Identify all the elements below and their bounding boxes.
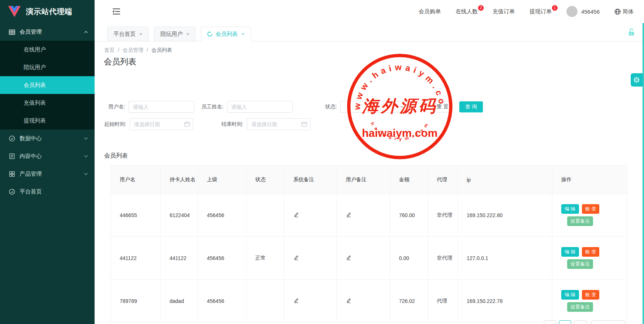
start-time-input[interactable] <box>130 118 193 130</box>
tab-companion-users[interactable]: 陪玩用户 × <box>154 27 195 41</box>
edit-button[interactable]: 编 辑 <box>561 247 579 257</box>
edit-pencil-icon[interactable] <box>293 254 299 261</box>
staff-name-input[interactable] <box>227 101 293 113</box>
online-users-link[interactable]: 在线人数 2 <box>456 8 478 15</box>
breadcrumb: 首页 / 会员管理 / 会员列表 <box>104 47 172 54</box>
avatar <box>566 6 577 17</box>
table-row: 446655 6122404 456456 760.00 <box>111 194 627 237</box>
username-label: 用户名: <box>108 104 125 110</box>
unlock-icon[interactable] <box>628 28 635 38</box>
end-time-input[interactable] <box>247 118 310 130</box>
cell-username: 441122 <box>111 237 161 280</box>
chevron-down-icon <box>84 155 88 158</box>
cell-system-remark <box>284 194 337 237</box>
menu-fold-icon[interactable] <box>112 8 120 15</box>
table-row: 789789 dadad 456456 726.02 <box>111 280 627 323</box>
tab-member-list[interactable]: 会员列表 × <box>201 27 251 41</box>
reset-button[interactable]: 重 置 <box>433 101 452 112</box>
settings-drawer-edge <box>643 23 644 324</box>
chevron-down-icon <box>84 173 88 175</box>
edit-pencil-icon[interactable] <box>346 212 352 219</box>
recharge-orders-link[interactable]: 充值订单 <box>493 8 515 15</box>
tab-close-icon[interactable]: × <box>139 31 142 37</box>
withdraw-orders-link[interactable]: 提现订单 1 <box>529 8 552 15</box>
gear-icon <box>633 77 640 83</box>
col-status: 状态 <box>246 166 284 194</box>
language-switcher[interactable]: 简体 <box>614 8 634 15</box>
sidebar-item-withdraw-list[interactable]: 提现列表 <box>0 112 95 129</box>
table-header-row: 用户名 持卡人姓名 上级 状态 系统备注 用户备注 金额 代理 ip 操作 <box>111 166 627 194</box>
pager-page-1[interactable] <box>559 320 571 324</box>
sidebar-item-member-management[interactable]: 会员管理 <box>0 23 95 41</box>
col-actions: 操作 <box>552 166 627 194</box>
cell-ip: 169.150.222.78 <box>458 280 552 323</box>
globe-icon <box>614 9 621 15</box>
cell-agent: 非代理 <box>428 194 458 237</box>
member-table: 用户名 持卡人姓名 上级 状态 系统备注 用户备注 金额 代理 ip 操作 44… <box>110 165 627 323</box>
document-icon <box>9 153 15 159</box>
col-user-remark: 用户备注 <box>337 166 390 194</box>
tab-close-icon[interactable]: × <box>241 31 244 37</box>
edit-pencil-icon[interactable] <box>293 297 299 304</box>
sidebar-item-member-list[interactable]: 会员列表 <box>0 76 95 94</box>
cell-amount: 0.00 <box>390 237 428 280</box>
cell-actions: 编 辑 账 变 设置备注 <box>552 194 627 237</box>
edit-pencil-icon[interactable] <box>293 212 299 219</box>
edit-button[interactable]: 编 辑 <box>561 290 579 300</box>
tab-label: 平台首页 <box>113 31 136 38</box>
tab-close-icon[interactable]: × <box>186 31 189 37</box>
balance-change-button[interactable]: 账 变 <box>582 290 600 300</box>
member-orders-link[interactable]: 会员购单 <box>419 8 441 15</box>
sidebar-item-online-users[interactable]: 在线用户 <box>0 41 95 58</box>
pager-page-size-select[interactable] <box>592 320 625 324</box>
edit-pencil-icon[interactable] <box>346 254 352 261</box>
pager-next-button[interactable] <box>574 320 586 324</box>
start-time-label: 起始时间: <box>104 121 126 128</box>
tab-platform-home[interactable]: 平台首页 × <box>107 27 149 41</box>
status-select[interactable] <box>340 101 408 113</box>
set-remark-button[interactable]: 设置备注 <box>567 259 593 269</box>
sidebar-item-platform-home[interactable]: 平台首页 <box>0 183 95 200</box>
edit-button[interactable]: 编 辑 <box>561 204 579 214</box>
balance-change-button[interactable]: 账 变 <box>582 204 600 214</box>
chevron-down-icon <box>84 137 88 140</box>
table-row: 441122 441122 456456 正常 0.00 <box>111 237 627 280</box>
breadcrumb-home[interactable]: 首页 <box>104 47 115 54</box>
cell-upline: 456456 <box>198 280 246 323</box>
sidebar-item-companion-users[interactable]: 陪玩用户 <box>0 58 95 76</box>
sidebar-item-data-center[interactable]: 数据中心 <box>0 129 95 147</box>
edit-pencil-icon[interactable] <box>346 297 352 304</box>
set-remark-button[interactable]: 设置备注 <box>567 302 593 312</box>
staff-name-label: 员工姓名: <box>201 104 224 110</box>
breadcrumb-separator: / <box>147 47 148 54</box>
cell-actions: 编 辑 账 变 设置备注 <box>552 237 627 280</box>
cell-agent: 代理 <box>428 280 458 323</box>
logo-bar: 演示站代理端 <box>0 0 95 23</box>
breadcrumb-member-management[interactable]: 会员管理 <box>123 47 143 54</box>
sidebar-item-recharge-list[interactable]: 充值列表 <box>0 94 95 112</box>
refresh-icon[interactable] <box>207 31 212 37</box>
user-menu[interactable]: 456456 <box>566 6 600 17</box>
cell-actions: 编 辑 账 变 设置备注 <box>552 280 627 323</box>
balance-change-button[interactable]: 账 变 <box>582 247 600 257</box>
top-header: 会员购单 在线人数 2 充值订单 提现订单 1 456456 简体 <box>95 0 644 23</box>
dashboard-icon <box>9 189 15 195</box>
col-system-remark: 系统备注 <box>284 166 337 194</box>
filter-row-1: 用户名: 员工姓名: 状态: 重 置 查 询 <box>95 101 644 113</box>
sidebar-item-label: 会员管理 <box>20 28 42 36</box>
search-button[interactable]: 查 询 <box>459 101 483 112</box>
check-circle-icon <box>9 135 15 142</box>
sidebar-item-product-management[interactable]: 产品管理 <box>0 165 95 183</box>
username-input[interactable] <box>129 101 194 113</box>
pager-prev-button[interactable] <box>544 320 556 324</box>
cell-username: 446655 <box>111 194 161 237</box>
col-amount: 金额 <box>390 166 428 194</box>
settings-gear-button[interactable] <box>631 73 643 87</box>
set-remark-button[interactable]: 设置备注 <box>567 216 593 226</box>
cell-cardholder: dadad <box>161 280 198 323</box>
sidebar-item-label: 平台首页 <box>20 188 42 195</box>
breadcrumb-separator: / <box>118 47 119 54</box>
col-username: 用户名 <box>111 166 161 194</box>
sidebar-item-content-center[interactable]: 内容中心 <box>0 147 95 165</box>
cell-cardholder: 441122 <box>161 237 198 280</box>
